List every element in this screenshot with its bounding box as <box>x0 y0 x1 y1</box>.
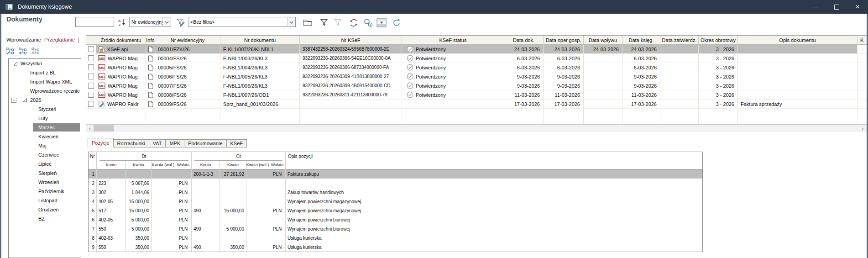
row-checkbox[interactable] <box>88 64 94 70</box>
col-header-data-wplywu[interactable]: Data wpływu <box>584 36 622 45</box>
tree-item-grudzie[interactable]: Grudzień <box>9 205 81 214</box>
tree-item-pa-dziernik[interactable]: Październik <box>9 187 81 196</box>
col-header-data-ksieg[interactable]: Data księg. <box>622 36 660 45</box>
col-header-opis-dokumentu[interactable]: Opis dokumentu <box>738 36 858 45</box>
search-input[interactable] <box>75 17 114 27</box>
tree-item-kwiecie[interactable]: Kwiecień <box>9 132 81 141</box>
col-header-nr-ewidencyjny[interactable]: Nr ewidencyjny <box>155 36 220 45</box>
cell-nr: 4 <box>89 197 97 206</box>
col-header-zrodlo[interactable]: Źródło dokumentu <box>96 36 146 45</box>
tab-przegladanie[interactable]: Przeglądanie <box>44 37 75 42</box>
col-header-data-oper[interactable]: Data oper.gosp. <box>544 36 584 45</box>
col-header-nr-ksef[interactable]: Nr KSeF <box>300 36 402 45</box>
col-header-nr-dokumentu[interactable]: Nr dokumentu <box>220 36 300 45</box>
tree-item-2026[interactable]: −2026 <box>9 95 81 105</box>
position-row[interactable]: 75505 000,00PLN4905 000,00PLNWynajem pow… <box>89 224 702 233</box>
position-row[interactable]: 4402-0515 000,00PLNWynajem powierzchni m… <box>89 197 702 206</box>
tab-wprowadzanie[interactable]: Wprowadzanie <box>6 37 41 42</box>
cell-info <box>146 63 155 72</box>
tab-rozrachunki[interactable]: Rozrachunki <box>114 139 149 147</box>
cell-nr: 2 <box>89 179 97 188</box>
row-checkbox[interactable] <box>88 46 94 52</box>
position-row[interactable]: 551715 000,00PLN49015 000,00PLNWynajem p… <box>89 206 702 215</box>
position-row[interactable]: 6402-055 000,00PLNWynajem powierzchni bi… <box>89 215 702 224</box>
col-header-data-zatwierdz[interactable]: Data zatwierdz. <box>660 36 699 45</box>
minimize-icon[interactable] <box>805 0 826 14</box>
col-header-select[interactable] <box>86 36 96 45</box>
tree-check-icon[interactable] <box>5 46 15 56</box>
chevron-down-icon[interactable] <box>162 17 171 26</box>
tree-item-lipiec[interactable]: Lipiec <box>9 159 81 168</box>
tree-item-maj[interactable]: Maj <box>9 141 81 150</box>
col-header-info[interactable]: Info <box>146 36 155 45</box>
position-row[interactable]: 8402-03350,00PLNUsługa kurierska <box>89 233 702 242</box>
tab-vat[interactable]: VAT <box>149 139 166 147</box>
doc-table-row[interactable]: KSeF api00001/FZK/26F-KL1/007/26/KLNBL13… <box>86 45 868 54</box>
column-chooser-icon[interactable] <box>376 18 385 27</box>
tree-item-bz[interactable]: BZ <box>9 214 81 223</box>
maximize-icon[interactable] <box>826 0 847 14</box>
tab-podsumowanie[interactable]: Podsumowanie <box>184 139 226 147</box>
cell-data-dok: 9-03-2026 <box>504 72 544 81</box>
refresh-icon[interactable] <box>349 18 358 27</box>
tree-item-marzec[interactable]: Marzec <box>9 123 81 132</box>
cell-dt-konto: 302 <box>97 188 126 197</box>
cell-data-dok: 24-03-2026 <box>504 45 544 54</box>
tree-item-listopad[interactable]: Listopad <box>9 196 81 205</box>
tree-expander-icon[interactable] <box>13 61 18 66</box>
cell-select <box>86 100 96 109</box>
doc-table-row[interactable]: MGWAPRO Mag00004/FS/26F-NBL1/003/26/KL39… <box>86 54 868 63</box>
scroll-right-icon[interactable]: › <box>859 125 867 132</box>
collapse-box-icon[interactable]: − <box>11 98 16 103</box>
scrollbar-thumb[interactable] <box>94 125 114 132</box>
doc-table-row[interactable]: MGWAPRO Mag00007/FS/26F-NBL1/006/26/KL39… <box>86 81 868 90</box>
tree-item-luty[interactable]: Luty <box>9 114 81 123</box>
sort-az-icon[interactable]: A Z <box>117 18 126 27</box>
tree-expander-icon[interactable] <box>23 98 28 103</box>
tab-pozycje[interactable]: Pozycje <box>88 138 114 147</box>
sort-field-combo[interactable]: Nr ewidencyjny <box>129 17 171 27</box>
reload-icon[interactable] <box>392 18 401 27</box>
filter-combo[interactable]: <Bez filtra> <box>188 17 296 27</box>
col-header-ksef-status[interactable]: KSeF status <box>402 36 504 45</box>
tree-item-import-z-bl[interactable]: Import z BL <box>9 68 81 77</box>
tree-add-icon[interactable] <box>17 46 27 56</box>
position-row[interactable]: 33021 844,06PLNZakup towarów handlowych <box>89 188 702 197</box>
doc-table-row[interactable]: WAPRO Fakir00009/FS/26Sprz_hand_001/03/2… <box>86 100 868 109</box>
row-checkbox[interactable] <box>88 55 94 61</box>
position-row[interactable]: 1200-1-1-327 261,92PLNFaktura zakupu <box>89 169 702 179</box>
filter-icon[interactable] <box>319 18 329 27</box>
svg-text:MG: MG <box>99 66 105 70</box>
doc-table-row[interactable]: MGWAPRO Mag00005/FS/26F-NBL1/004/26/KL39… <box>86 63 868 72</box>
horizontal-scrollbar[interactable]: ‹ › <box>86 124 868 132</box>
position-row[interactable]: 9550350,00PLN490350,00PLNUsługa kuriersk… <box>89 242 702 252</box>
close-icon[interactable]: ✕ <box>847 0 868 14</box>
tab-ksef[interactable]: KSeF <box>227 139 247 147</box>
tree-item-import-wapro-xml[interactable]: Import Wapro XML <box>9 77 81 86</box>
tree-remove-icon[interactable] <box>30 46 40 56</box>
filter-edit-icon[interactable] <box>176 18 185 27</box>
doc-table-row[interactable]: MGWAPRO Mag00008/FS/26F-NBL1/007/26/OD19… <box>86 90 868 100</box>
cell-ct-konto: 490 <box>192 242 220 252</box>
search-check-icon[interactable] <box>363 18 372 27</box>
tree-item-wprowadzone-r-cznie[interactable]: Wprowadzone ręcznie <box>9 86 81 95</box>
scroll-left-icon[interactable]: ‹ <box>86 125 94 132</box>
folder-icon[interactable] <box>303 18 312 27</box>
position-row[interactable]: 22235 067,86PLN <box>89 179 702 188</box>
col-header-okres-obrotowy[interactable]: Okres obrotowy <box>699 36 738 45</box>
tree-item-czerwiec[interactable]: Czerwiec <box>9 150 81 159</box>
sub-header-dt-konto: Konto <box>97 161 126 169</box>
chevron-down-icon[interactable] <box>287 17 295 26</box>
tree-item-wrzesie[interactable]: Wrzesień <box>9 178 81 187</box>
doc-table-row[interactable]: MGWAPRO Mag00006/FS/26F-NBL1/005/26/KL39… <box>86 72 868 81</box>
tree-item-stycze[interactable]: Styczeń <box>9 105 81 114</box>
col-header-data-dok[interactable]: Data dok. <box>504 36 544 45</box>
tree-item-label: Marzec <box>33 123 80 132</box>
tree-item-sierpie[interactable]: Sierpień <box>9 168 81 178</box>
row-checkbox[interactable] <box>88 92 94 98</box>
tree-item-wszystko[interactable]: Wszystko <box>9 59 81 68</box>
tab-mpk[interactable]: MPK <box>166 139 184 147</box>
row-checkbox[interactable] <box>88 83 94 89</box>
row-checkbox[interactable] <box>88 74 94 79</box>
row-checkbox[interactable] <box>88 101 94 107</box>
